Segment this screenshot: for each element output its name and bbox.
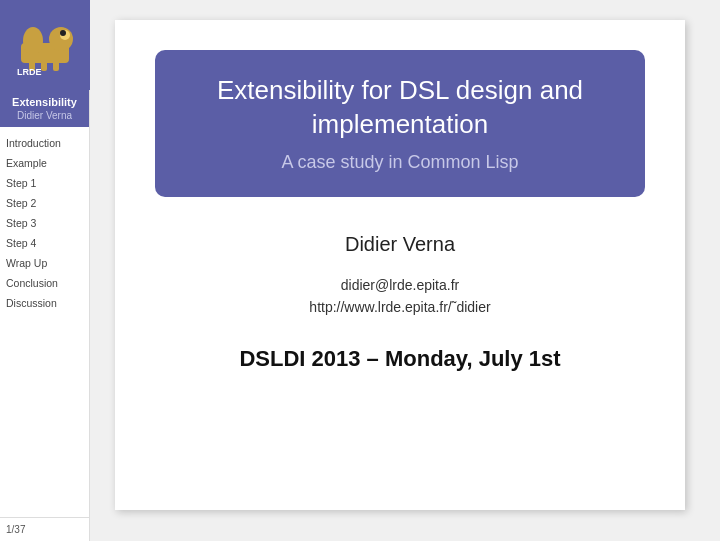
sidebar-item-step4[interactable]: Step 4 (0, 233, 89, 253)
sidebar-item-conclusion[interactable]: Conclusion (0, 273, 89, 293)
sidebar-item-step1[interactable]: Step 1 (0, 173, 89, 193)
sidebar-header: Extensibility Didier Verna (0, 90, 89, 127)
sidebar-nav: Introduction Example Step 1 Step 2 Step … (0, 127, 89, 517)
slide: Extensibility for DSL design and impleme… (115, 20, 685, 510)
sidebar-title: Extensibility (4, 96, 85, 108)
sidebar-item-wrapup[interactable]: Wrap Up (0, 253, 89, 273)
sidebar-item-example[interactable]: Example (0, 153, 89, 173)
slide-contact: didier@lrde.epita.fr http://www.lrde.epi… (309, 274, 490, 319)
slide-website: http://www.lrde.epita.fr/˜didier (309, 299, 490, 315)
svg-point-7 (60, 30, 66, 36)
sidebar: LRDE Extensibility Didier Verna Introduc… (0, 0, 90, 541)
page-indicator: 1/37 (0, 517, 89, 541)
svg-point-1 (49, 27, 73, 51)
logo-container: LRDE (0, 0, 90, 90)
sidebar-item-step2[interactable]: Step 2 (0, 193, 89, 213)
slide-subtitle: A case study in Common Lisp (185, 152, 615, 173)
slide-event: DSLDI 2013 – Monday, July 1st (239, 346, 560, 372)
slide-author: Didier Verna (345, 233, 455, 256)
lrde-logo: LRDE (13, 13, 77, 77)
svg-rect-5 (41, 61, 47, 71)
main-content: Extensibility for DSL design and impleme… (90, 0, 720, 541)
sidebar-item-step3[interactable]: Step 3 (0, 213, 89, 233)
svg-rect-6 (53, 61, 59, 71)
sidebar-item-introduction[interactable]: Introduction (0, 133, 89, 153)
slide-email: didier@lrde.epita.fr (341, 277, 460, 293)
sidebar-subtitle: Didier Verna (4, 110, 85, 121)
title-box: Extensibility for DSL design and impleme… (155, 50, 645, 197)
sidebar-item-discussion[interactable]: Discussion (0, 293, 89, 313)
svg-text:LRDE: LRDE (17, 67, 42, 77)
svg-point-3 (23, 27, 43, 55)
slide-main-title: Extensibility for DSL design and impleme… (185, 74, 615, 142)
